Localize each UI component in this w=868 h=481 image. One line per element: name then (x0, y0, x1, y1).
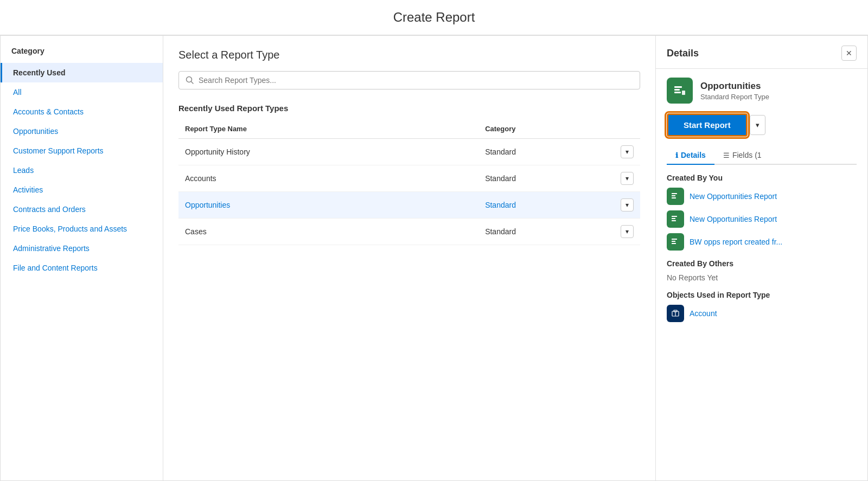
sidebar-item-activities[interactable]: Activities (1, 180, 163, 200)
sidebar-item-customer-support[interactable]: Customer Support Reports (1, 141, 163, 161)
sidebar-item-price-books[interactable]: Price Books, Products and Assets (1, 219, 163, 239)
table-row[interactable]: OpportunitiesStandard▾ (178, 192, 640, 219)
details-tabs: ℹ Details ☰ Fields (1 (667, 146, 857, 165)
tab-details[interactable]: ℹ Details (667, 146, 714, 165)
report-type-header: Opportunities Standard Report Type (667, 78, 857, 104)
link-icon-2 (667, 233, 684, 251)
sidebar-heading: Category (1, 47, 163, 63)
svg-rect-9 (672, 216, 677, 217)
col-report-type-name: Report Type Name (178, 119, 478, 139)
link-icon-1 (667, 210, 684, 228)
created-by-you-item-1[interactable]: New Opportunities Report (667, 210, 857, 228)
svg-rect-2 (674, 86, 682, 88)
link-icon-0 (667, 188, 684, 205)
created-by-you-item-0[interactable]: New Opportunities Report (667, 188, 857, 205)
svg-rect-13 (672, 241, 675, 242)
report-type-name-cell: Opportunities (178, 192, 478, 219)
close-button[interactable]: ✕ (841, 46, 857, 61)
sidebar-item-all[interactable]: All (1, 82, 163, 102)
report-row-dropdown-btn[interactable]: ▾ (621, 225, 634, 238)
search-bar[interactable] (178, 71, 640, 89)
start-report-button[interactable]: Start Report (667, 113, 748, 137)
col-category: Category (478, 119, 594, 139)
svg-line-1 (192, 82, 194, 84)
sidebar-item-leads[interactable]: Leads (1, 161, 163, 180)
start-report-row: Start Report ▾ (667, 113, 857, 137)
page-title: Create Report (0, 10, 868, 25)
link-report-icon-2 (671, 237, 680, 247)
tab-fields[interactable]: ☰ Fields (1 (714, 146, 770, 165)
report-row-dropdown-btn[interactable]: ▾ (621, 172, 634, 185)
report-type-name-cell: Opportunity History (178, 139, 478, 165)
report-category-cell: Standard (478, 139, 594, 165)
created-by-you-label-0: New Opportunities Report (690, 192, 777, 201)
svg-rect-3 (674, 89, 680, 91)
details-header: Details ✕ (656, 36, 867, 69)
svg-rect-6 (672, 193, 677, 194)
details-panel: Details ✕ Opportunities Standard Report … (656, 36, 867, 480)
report-category-cell: Standard (478, 192, 594, 219)
sidebar-item-admin-reports[interactable]: Administrative Reports (1, 239, 163, 258)
center-heading: Select a Report Type (178, 49, 640, 61)
search-input[interactable] (199, 76, 633, 85)
report-type-name: Opportunities (700, 81, 769, 92)
no-reports-text: No Reports Yet (667, 273, 857, 282)
report-row-dropdown-cell: ▾ (594, 165, 640, 192)
report-category-cell: Standard (478, 165, 594, 192)
link-report-icon-0 (671, 191, 680, 201)
fields-tab-icon: ☰ (723, 151, 730, 159)
created-by-you-label-1: New Opportunities Report (690, 215, 777, 223)
details-scroll-container: Opportunities Standard Report Type Start… (656, 69, 867, 480)
report-category-cell: Standard (478, 219, 594, 245)
svg-rect-10 (672, 218, 675, 219)
report-table: Report Type Name Category Opportunity Hi… (178, 119, 640, 245)
search-icon (186, 76, 194, 85)
sidebar-item-opportunities[interactable]: Opportunities (1, 121, 163, 141)
account-icon (671, 309, 680, 318)
center-panel: Select a Report Type Recently Used Repor… (163, 36, 656, 480)
objects-icon-0 (667, 305, 684, 322)
sidebar: Category Recently Used All Accounts & Co… (1, 36, 163, 480)
objects-item-0[interactable]: Account (667, 305, 857, 322)
report-type-sub: Standard Report Type (700, 93, 769, 101)
svg-rect-7 (672, 195, 675, 196)
created-by-you-heading: Created By You (667, 174, 857, 182)
created-by-others-heading: Created By Others (667, 259, 857, 268)
report-row-dropdown-btn[interactable]: ▾ (621, 145, 634, 158)
report-type-icon-box (667, 78, 693, 104)
page-title-bar: Create Report (0, 0, 868, 35)
objects-label-0: Account (690, 309, 717, 318)
objects-heading: Objects Used in Report Type (667, 291, 857, 299)
sidebar-item-accounts-contacts[interactable]: Accounts & Contacts (1, 102, 163, 121)
created-by-you-item-2[interactable]: BW opps report created fr... (667, 233, 857, 251)
svg-rect-8 (672, 197, 676, 198)
created-by-you-label-2: BW opps report created fr... (690, 238, 782, 246)
table-row[interactable]: CasesStandard▾ (178, 219, 640, 245)
svg-rect-14 (672, 243, 676, 244)
report-row-dropdown-cell: ▾ (594, 139, 640, 165)
table-row[interactable]: Opportunity HistoryStandard▾ (178, 139, 640, 165)
link-report-icon-1 (671, 214, 680, 224)
report-row-dropdown-cell: ▾ (594, 192, 640, 219)
sidebar-item-recently-used[interactable]: Recently Used (1, 63, 163, 82)
sidebar-item-contracts-orders[interactable]: Contracts and Orders (1, 200, 163, 219)
svg-rect-12 (672, 239, 677, 240)
report-type-name-cell: Cases (178, 219, 478, 245)
table-row[interactable]: AccountsStandard▾ (178, 165, 640, 192)
report-row-dropdown-cell: ▾ (594, 219, 640, 245)
report-type-info: Opportunities Standard Report Type (700, 81, 769, 101)
svg-rect-5 (682, 91, 685, 95)
details-tab-icon: ℹ (675, 151, 678, 159)
svg-rect-4 (674, 92, 681, 93)
svg-rect-11 (672, 220, 676, 221)
details-title: Details (667, 48, 699, 59)
report-type-icon (672, 83, 687, 98)
sidebar-item-file-content[interactable]: File and Content Reports (1, 258, 163, 278)
main-layout: Category Recently Used All Accounts & Co… (0, 35, 868, 481)
report-row-dropdown-btn[interactable]: ▾ (621, 198, 634, 211)
report-type-name-cell: Accounts (178, 165, 478, 192)
section-heading: Recently Used Report Types (178, 104, 640, 113)
start-report-dropdown[interactable]: ▾ (750, 115, 765, 135)
